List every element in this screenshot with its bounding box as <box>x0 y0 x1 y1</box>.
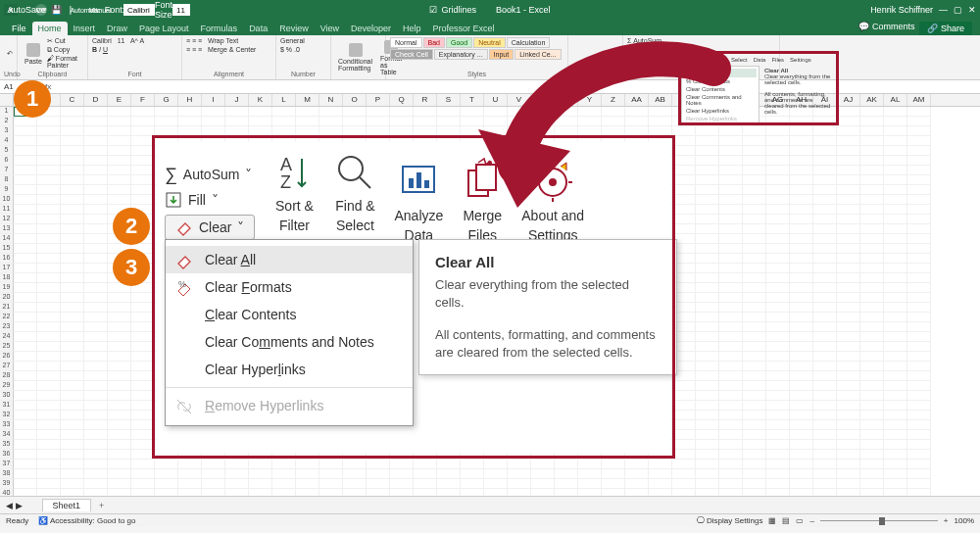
cell[interactable] <box>766 264 790 273</box>
copy-button[interactable]: ⧉ Copy <box>47 46 83 54</box>
row-head[interactable]: 4 <box>0 136 14 146</box>
cell[interactable] <box>84 450 108 460</box>
cell[interactable] <box>37 234 61 244</box>
row-head[interactable]: 37 <box>0 460 14 469</box>
cell[interactable] <box>884 185 907 195</box>
cell[interactable] <box>508 117 531 126</box>
cell[interactable] <box>860 185 884 195</box>
cell[interactable] <box>367 460 390 469</box>
cell[interactable] <box>672 156 696 166</box>
cell[interactable] <box>61 371 84 381</box>
cell[interactable] <box>61 264 84 273</box>
cell[interactable] <box>719 156 743 166</box>
cell[interactable] <box>743 126 766 136</box>
cell[interactable] <box>837 322 860 332</box>
cell[interactable] <box>696 156 719 166</box>
row-head[interactable]: 36 <box>0 450 14 460</box>
cell[interactable] <box>696 391 719 401</box>
cell[interactable] <box>907 273 931 283</box>
row-head[interactable]: 10 <box>0 195 14 205</box>
cell[interactable] <box>813 450 837 460</box>
cell[interactable] <box>884 411 907 420</box>
style-calc[interactable]: Calculation <box>507 37 551 48</box>
cell[interactable] <box>14 332 37 342</box>
cell[interactable] <box>343 126 367 136</box>
cell[interactable] <box>696 273 719 283</box>
cell[interactable] <box>907 293 931 303</box>
cell[interactable] <box>272 460 296 469</box>
cell[interactable] <box>790 313 813 322</box>
cell[interactable] <box>837 195 860 205</box>
cell[interactable] <box>14 489 37 496</box>
cell[interactable] <box>860 322 884 332</box>
col-head[interactable]: Q <box>390 94 414 106</box>
cell[interactable] <box>390 126 414 136</box>
cell[interactable] <box>719 450 743 460</box>
cell[interactable] <box>37 362 61 371</box>
cell[interactable] <box>837 313 860 322</box>
cell[interactable] <box>555 126 578 136</box>
cell[interactable] <box>14 420 37 430</box>
cell[interactable] <box>367 107 390 117</box>
cell[interactable] <box>202 107 225 117</box>
cell[interactable] <box>813 146 837 156</box>
cell[interactable] <box>790 195 813 205</box>
format-painter-button[interactable]: 🖌 Format Painter <box>47 55 83 69</box>
cell[interactable] <box>531 479 555 489</box>
cell[interactable] <box>719 126 743 136</box>
cell[interactable] <box>766 254 790 264</box>
col-head[interactable]: AK <box>860 94 884 106</box>
col-head[interactable]: Y <box>578 94 602 106</box>
cell[interactable] <box>343 460 367 469</box>
gridlines-check[interactable]: ☑ <box>429 5 437 15</box>
fill-button[interactable]: Fill ˅ <box>165 191 255 209</box>
cell[interactable] <box>884 117 907 126</box>
display-settings[interactable]: 🖵 Display Settings <box>697 516 763 525</box>
cell[interactable] <box>837 117 860 126</box>
cell[interactable] <box>14 303 37 313</box>
cell[interactable] <box>178 489 202 496</box>
cell[interactable] <box>719 136 743 146</box>
cell[interactable] <box>907 381 931 391</box>
col-head[interactable]: X <box>555 94 578 106</box>
cell[interactable] <box>61 430 84 440</box>
cell[interactable] <box>813 283 837 293</box>
cell[interactable] <box>37 352 61 362</box>
cell[interactable] <box>790 381 813 391</box>
cell[interactable] <box>907 362 931 371</box>
cell[interactable] <box>37 224 61 234</box>
cell[interactable] <box>766 234 790 244</box>
cell[interactable] <box>719 205 743 215</box>
cell[interactable] <box>766 450 790 460</box>
cell[interactable] <box>37 332 61 342</box>
cell[interactable] <box>884 420 907 430</box>
cell[interactable] <box>860 420 884 430</box>
cell[interactable] <box>390 479 414 489</box>
cell[interactable] <box>602 469 625 479</box>
cell[interactable] <box>672 450 696 460</box>
cell[interactable] <box>719 322 743 332</box>
clear-formats-item[interactable]: % Clear Formats <box>166 273 413 301</box>
cell[interactable] <box>508 479 531 489</box>
cell[interactable] <box>14 254 37 264</box>
tab-home[interactable]: Home <box>32 22 68 35</box>
cell[interactable] <box>696 185 719 195</box>
cell[interactable] <box>37 371 61 381</box>
cell[interactable] <box>61 215 84 224</box>
cell[interactable] <box>131 381 155 391</box>
cell[interactable] <box>414 489 437 496</box>
cell[interactable] <box>61 107 84 117</box>
cell[interactable] <box>61 156 84 166</box>
col-head[interactable]: O <box>343 94 367 106</box>
cell[interactable] <box>390 469 414 479</box>
cell[interactable] <box>837 107 860 117</box>
cell[interactable] <box>790 234 813 244</box>
cell[interactable] <box>108 381 131 391</box>
cell[interactable] <box>343 107 367 117</box>
cell[interactable] <box>37 293 61 303</box>
cell[interactable] <box>884 293 907 303</box>
cell[interactable] <box>719 175 743 185</box>
cell[interactable] <box>14 352 37 362</box>
row-head[interactable]: 3 <box>0 126 14 136</box>
row-head[interactable]: 34 <box>0 430 14 440</box>
